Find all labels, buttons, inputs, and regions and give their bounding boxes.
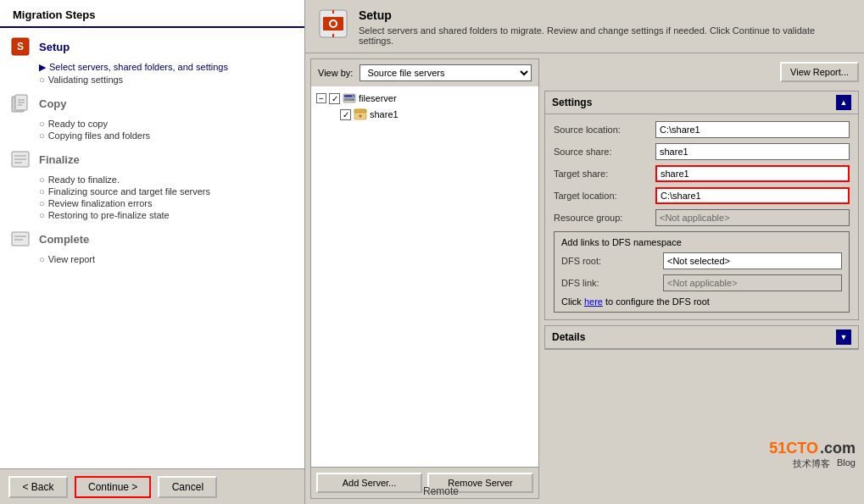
svg-point-27 [360, 115, 362, 118]
resource-group-row: Resource group: [554, 209, 850, 226]
header-title: Setup [359, 8, 851, 22]
watermark-logo-51cto: 51CTO [769, 440, 818, 457]
svg-rect-11 [12, 232, 29, 246]
view-by-bar: View by: Source file servers [311, 59, 538, 86]
step-section-copy: Copy ○ Ready to copy ○ Copying files and… [8, 91, 296, 141]
bottom-nav: < Back Continue > Cancel [0, 468, 304, 504]
svg-rect-26 [354, 109, 366, 113]
setup-header-icon [318, 8, 348, 39]
watermark-sub2: Blog [837, 457, 856, 470]
step-section-finalize: Finalize ○ Ready to finalize. ○ Finalizi… [8, 147, 296, 220]
dfs-link-input [663, 274, 842, 291]
copy-icon [8, 91, 32, 115]
tree-checkbox-fileserver[interactable] [329, 93, 340, 104]
complete-items: ○ View report [39, 254, 296, 264]
tree-panel: View by: Source file servers − [310, 58, 539, 499]
target-location-input[interactable] [655, 187, 850, 204]
copy-items: ○ Ready to copy ○ Copying files and fold… [39, 119, 296, 141]
view-by-select[interactable]: Source file servers [360, 64, 532, 81]
server-icon [343, 91, 356, 105]
source-share-input[interactable] [655, 143, 850, 160]
settings-box: Settings Source location: Source share: [544, 91, 859, 320]
source-location-row: Source location: [554, 121, 850, 138]
dfs-root-input[interactable] [663, 252, 842, 269]
complete-title: Complete [39, 233, 89, 246]
tree-checkbox-share1[interactable] [340, 109, 351, 120]
settings-panel: View Report... Settings Source location: [544, 58, 859, 499]
target-location-row: Target location: [554, 187, 850, 204]
right-panel: Setup Select servers and shared folders … [305, 0, 864, 504]
migration-steps-title: Migration Steps [13, 8, 292, 21]
tree-item-fileserver: − fileserver [316, 91, 533, 105]
watermark-logo-com: .com [820, 440, 856, 457]
source-share-row: Source share: [554, 143, 850, 160]
migration-steps-header: Migration Steps [0, 0, 304, 28]
svg-text:S: S [17, 41, 24, 53]
step-item: ○ Copying files and folders [39, 130, 296, 141]
dfs-link-row: DFS link: [561, 274, 842, 291]
details-header: Details [545, 326, 858, 349]
left-panel: Migration Steps S Setup ▶ [0, 0, 305, 504]
fileserver-label: fileserver [359, 93, 397, 103]
step-title-complete: Complete [8, 227, 296, 251]
settings-collapse-button[interactable] [836, 95, 851, 110]
step-item: ○ Restoring to pre-finalize state [39, 210, 296, 220]
step-item: ▶ Select servers, shared folders, and se… [39, 62, 296, 73]
dfs-root-row: DFS root: [561, 252, 842, 269]
continue-button[interactable]: Continue > [75, 476, 151, 498]
finalize-title: Finalize [39, 153, 80, 166]
view-by-label: View by: [318, 68, 353, 78]
resource-group-label: Resource group: [554, 213, 655, 223]
step-item: ○ Ready to finalize. [39, 174, 296, 185]
details-title: Details [552, 331, 585, 343]
top-right-bar: View Report... [544, 58, 859, 86]
back-button[interactable]: < Back [8, 476, 68, 498]
right-content: View by: Source file servers − [305, 53, 864, 504]
target-location-label: Target location: [554, 191, 655, 201]
step-item: ○ Ready to copy [39, 119, 296, 129]
header-text: Setup Select servers and shared folders … [359, 8, 851, 46]
step-item: ○ View report [39, 254, 296, 264]
svg-point-17 [331, 21, 336, 26]
step-section-complete: Complete ○ View report [8, 227, 296, 264]
copy-title: Copy [39, 97, 67, 110]
step-title-copy: Copy [8, 91, 296, 115]
target-share-row: Target share: [554, 165, 850, 182]
target-share-input[interactable] [655, 165, 850, 182]
tree-item-share1: share1 [340, 108, 533, 121]
step-item: ○ Finalizing source and target file serv… [39, 186, 296, 197]
right-header: Setup Select servers and shared folders … [305, 0, 864, 53]
cancel-button[interactable]: Cancel [158, 476, 217, 498]
details-expand-button[interactable] [836, 330, 851, 345]
step-item: ○ Review finalization errors [39, 198, 296, 208]
view-report-button[interactable]: View Report... [780, 62, 859, 82]
source-location-label: Source location: [554, 125, 655, 135]
finalize-icon [8, 147, 32, 171]
setup-items: ▶ Select servers, shared folders, and se… [39, 62, 296, 85]
step-title-setup: S Setup [8, 35, 296, 58]
dfs-link-label: DFS link: [561, 278, 663, 288]
dfs-configure-text: Click here to configure the DFS root [561, 296, 842, 307]
header-description: Select servers and shared folders to mig… [359, 25, 851, 46]
share1-label: share1 [370, 109, 399, 119]
dfs-group: Add links to DFS namespace DFS root: DFS… [554, 231, 850, 313]
setup-icon: S [8, 35, 32, 58]
watermark-sub1: 技术博客 [793, 457, 830, 470]
dfs-here-link[interactable]: here [584, 296, 603, 307]
tree-expander[interactable]: − [316, 93, 326, 103]
resource-group-input [655, 209, 850, 226]
settings-header: Settings [545, 91, 858, 114]
tree-container: − fileserver [311, 86, 538, 467]
svg-point-22 [352, 96, 354, 97]
share-icon [354, 108, 367, 121]
step-title-finalize: Finalize [8, 147, 296, 171]
step-section-setup: S Setup ▶ Select servers, shared folders… [8, 35, 296, 85]
target-share-label: Target share: [554, 169, 655, 179]
source-location-input[interactable] [655, 121, 850, 138]
bottom-remote-text: Remote [314, 479, 568, 504]
step-item: ○ Validating settings [39, 75, 296, 85]
watermark: 51CTO .com 技术博客 Blog [769, 440, 856, 470]
tree-child-share1: share1 [340, 108, 533, 121]
settings-title: Settings [552, 97, 592, 108]
finalize-items: ○ Ready to finalize. ○ Finalizing source… [39, 174, 296, 220]
